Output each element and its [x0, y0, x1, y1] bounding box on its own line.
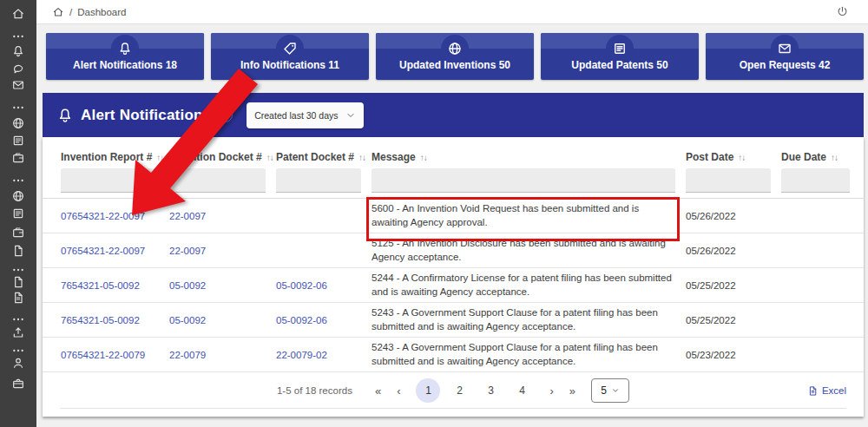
card-label: Updated Inventions 50	[376, 50, 534, 80]
card-label: Info Notifications 11	[211, 50, 369, 80]
invention-docket-link[interactable]: 05-0092	[169, 315, 276, 325]
wallet-icon[interactable]	[11, 151, 25, 165]
envelope-icon[interactable]	[11, 78, 25, 92]
power-icon[interactable]	[836, 5, 849, 18]
col-patent-docket: Patent Docket #	[276, 151, 354, 163]
globe-icon[interactable]	[11, 116, 25, 130]
filter-post-date-input[interactable]	[686, 168, 771, 193]
first-page-button[interactable]: «	[375, 384, 381, 397]
breadcrumb: Dashboard	[77, 7, 126, 17]
next-page-button[interactable]: ›	[549, 384, 553, 397]
invention-docket-link[interactable]: 05-0092	[169, 280, 276, 291]
help-icon[interactable]: ?	[218, 108, 233, 122]
breadcrumb-separator: /	[69, 7, 72, 17]
col-due-date: Due Date	[781, 151, 826, 163]
page-size-select[interactable]: 5	[591, 378, 629, 403]
home-icon[interactable]	[11, 7, 25, 21]
card-updated-patents[interactable]: Updated Patents 50	[541, 33, 699, 80]
briefcase-icon[interactable]	[11, 377, 25, 391]
alert-notifications-header: Alert Notifications ? Created last 30 da…	[43, 93, 864, 137]
filter-invention-docket-input[interactable]	[169, 168, 266, 193]
table-filter-row	[43, 168, 864, 193]
ellipsis-icon[interactable]	[11, 312, 25, 326]
filter-message-input[interactable]	[372, 168, 675, 193]
chat-icon[interactable]	[11, 62, 25, 76]
card-info-notifications[interactable]: Info Notifications 11	[211, 33, 369, 80]
card-label: Alert Notifications 18	[46, 50, 204, 80]
chevron-down-icon	[345, 110, 356, 121]
col-post-date: Post Date	[686, 151, 733, 163]
page-size-value: 5	[601, 384, 607, 397]
summary-cards: Alert Notifications 18 Info Notification…	[46, 33, 864, 80]
col-invention-report: Invention Report #	[61, 151, 152, 163]
filter-patent-docket-input[interactable]	[276, 168, 361, 193]
bell-icon	[56, 107, 74, 124]
page-button-3[interactable]: 3	[478, 378, 503, 403]
page-button-1[interactable]: 1	[416, 378, 440, 403]
file-icon[interactable]	[11, 275, 25, 289]
invention-docket-link[interactable]: 22-0097	[169, 211, 276, 221]
patent-docket-link[interactable]: 05-0092-06	[276, 280, 372, 291]
invention-report-link[interactable]: 7654321-05-0092	[61, 315, 169, 325]
col-message: Message	[372, 151, 416, 163]
table-row: 07654321-22-009722-00975125 - An Inventi…	[43, 233, 864, 268]
table-row: 7654321-05-009205-009205-0092-065244 - A…	[43, 268, 864, 303]
table-header-row: Invention Report #↑↓ Invention Docket #↑…	[43, 151, 864, 163]
document-icon[interactable]	[11, 207, 25, 220]
section-title: Alert Notifications	[81, 107, 211, 124]
page-button-4[interactable]: 4	[510, 378, 534, 403]
sort-icon[interactable]: ↑↓	[156, 153, 163, 162]
post-date-cell: 05/25/2022	[686, 280, 781, 291]
sort-icon[interactable]: ↑↓	[266, 153, 273, 162]
invention-report-link[interactable]: 07654321-22-0079	[61, 350, 169, 360]
excel-file-icon	[807, 385, 819, 397]
patent-docket-link[interactable]: 22-0079-02	[276, 350, 372, 360]
sort-icon[interactable]: ↑↓	[358, 153, 365, 162]
prev-page-button[interactable]: ‹	[397, 384, 400, 397]
globe-icon[interactable]	[11, 189, 25, 203]
card-label: Updated Patents 50	[541, 50, 699, 80]
card-updated-inventions[interactable]: Updated Inventions 50	[376, 33, 534, 80]
pagination-bar: 1-5 of 18 records « ‹ 1234 › » 5 Excel	[60, 373, 846, 409]
table-row: 07654321-22-009722-00975600 - An Inventi…	[43, 199, 864, 233]
message-cell: 5243 - A Government Support Clause for a…	[372, 341, 686, 368]
wallet-icon[interactable]	[11, 226, 25, 240]
pagination-controls: « ‹ 1234 › » 5	[375, 378, 629, 403]
invention-report-link[interactable]: 7654321-05-0092	[61, 280, 169, 291]
filter-due-date-input[interactable]	[781, 168, 850, 193]
pagination-pages: 1234	[416, 378, 534, 403]
table-rows: 07654321-22-009722-00975600 - An Inventi…	[43, 198, 864, 372]
ellipsis-icon[interactable]	[11, 101, 25, 115]
patent-docket-link[interactable]: 05-0092-06	[276, 315, 372, 325]
invention-docket-link[interactable]: 22-0079	[169, 350, 276, 360]
home-icon[interactable]	[52, 6, 64, 18]
person-icon[interactable]	[11, 356, 25, 370]
excel-export-link[interactable]: Excel	[807, 373, 846, 408]
page-button-2[interactable]: 2	[447, 378, 471, 403]
chevron-down-icon	[611, 386, 620, 395]
invention-report-link[interactable]: 07654321-22-0097	[61, 246, 169, 256]
ellipsis-icon[interactable]	[11, 174, 25, 187]
created-last-days-dropdown[interactable]: Created last 30 days	[247, 102, 363, 128]
sort-icon[interactable]: ↑↓	[420, 153, 427, 162]
sort-icon[interactable]: ↑↓	[738, 153, 745, 162]
last-page-button[interactable]: »	[569, 384, 575, 397]
document-icon[interactable]	[11, 134, 25, 148]
message-cell: 5125 - An Invention Disclosure has been …	[372, 237, 686, 264]
post-date-cell: 05/26/2022	[686, 246, 781, 256]
card-open-requests[interactable]: Open Requests 42	[706, 33, 864, 80]
file-lines-icon[interactable]	[11, 291, 25, 305]
records-count: 1-5 of 18 records	[277, 385, 352, 396]
bell-icon[interactable]	[11, 44, 25, 58]
table-row: 07654321-22-007922-007922-0079-025243 - …	[43, 338, 864, 372]
col-invention-docket: Invention Docket #	[169, 151, 262, 163]
card-alert-notifications[interactable]: Alert Notifications 18	[46, 33, 204, 80]
sort-icon[interactable]: ↑↓	[831, 153, 838, 162]
upload-icon[interactable]	[11, 325, 25, 339]
invention-docket-link[interactable]: 22-0097	[169, 246, 276, 256]
dashboard-screen: / Dashboard Alert Notifications 18 Info …	[0, 0, 868, 427]
file-icon[interactable]	[11, 244, 25, 258]
invention-report-link[interactable]: 07654321-22-0097	[61, 211, 169, 221]
filter-invention-report-input[interactable]	[61, 168, 159, 193]
ellipsis-icon[interactable]	[11, 30, 25, 43]
